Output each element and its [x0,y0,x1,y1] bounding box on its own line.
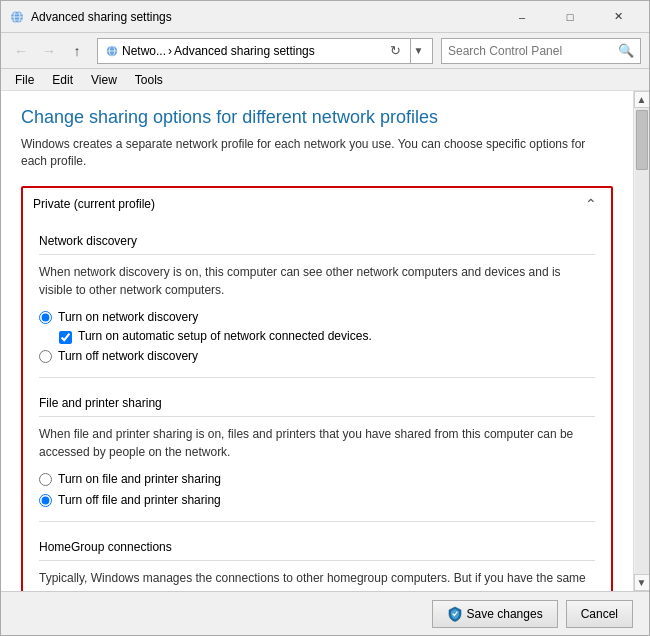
main-content: Change sharing options for different net… [1,91,633,591]
radio-discovery-off[interactable] [39,350,52,363]
minimize-button[interactable]: – [499,1,545,33]
shield-icon [447,606,463,622]
address-dropdown-button[interactable]: ▼ [410,38,426,64]
breadcrumb-separator: › [168,44,172,58]
homegroup-title: HomeGroup connections [39,534,595,561]
divider-2 [39,521,595,522]
page-title: Change sharing options for different net… [21,107,613,128]
homegroup-desc: Typically, Windows manages the connectio… [39,569,595,591]
breadcrumb-current: Advanced sharing settings [174,44,315,58]
breadcrumb-network: Netwo... [122,44,166,58]
radio-option-sharing-on: Turn on file and printer sharing [39,471,595,488]
radio-option-sharing-off: Turn off file and printer sharing [39,492,595,509]
title-bar: Advanced sharing settings – □ ✕ [1,1,649,33]
network-discovery-section: Network discovery When network discovery… [39,228,595,366]
search-button[interactable]: 🔍 [618,43,634,59]
collapse-button[interactable]: ⌃ [581,194,601,214]
profile-label: Private (current profile) [33,197,155,211]
checkbox-auto-setup: Turn on automatic setup of network conne… [59,329,595,344]
navigation-bar: ← → ↑ Netwo... › Advanced sharing settin… [1,33,649,69]
scrollbar: ▲ ▼ [633,91,649,591]
window-icon [9,9,25,25]
scroll-thumb[interactable] [636,110,648,170]
radio-option-discovery-off: Turn off network discovery [39,348,595,365]
scroll-down-arrow[interactable]: ▼ [634,574,650,591]
menu-file[interactable]: File [7,71,42,89]
breadcrumb: Netwo... › Advanced sharing settings [104,43,380,59]
scroll-up-arrow[interactable]: ▲ [634,91,650,108]
window-title: Advanced sharing settings [31,10,499,24]
radio-sharing-on-label[interactable]: Turn on file and printer sharing [58,471,221,488]
radio-discovery-on[interactable] [39,311,52,324]
search-input[interactable] [448,44,614,58]
footer: Save changes Cancel [1,591,649,635]
refresh-button[interactable]: ↻ [384,40,406,62]
close-button[interactable]: ✕ [595,1,641,33]
checkbox-auto-setup-label[interactable]: Turn on automatic setup of network conne… [78,329,372,343]
back-button[interactable]: ← [9,39,33,63]
content-area: Change sharing options for different net… [1,91,649,591]
save-label: Save changes [467,607,543,621]
forward-button[interactable]: → [37,39,61,63]
radio-discovery-on-label[interactable]: Turn on network discovery [58,309,198,326]
radio-option-discovery-on: Turn on network discovery [39,309,595,326]
cancel-button[interactable]: Cancel [566,600,633,628]
file-printer-title: File and printer sharing [39,390,595,417]
scroll-track[interactable] [635,108,649,574]
file-printer-section: File and printer sharing When file and p… [39,390,595,509]
menu-bar: File Edit View Tools [1,69,649,91]
radio-discovery-off-label[interactable]: Turn off network discovery [58,348,198,365]
save-changes-button[interactable]: Save changes [432,600,558,628]
maximize-button[interactable]: □ [547,1,593,33]
menu-view[interactable]: View [83,71,125,89]
homegroup-section: HomeGroup connections Typically, Windows… [39,534,595,591]
menu-tools[interactable]: Tools [127,71,171,89]
address-bar: Netwo... › Advanced sharing settings ↻ ▼ [97,38,433,64]
file-printer-desc: When file and printer sharing is on, fil… [39,425,595,461]
profile-header[interactable]: Private (current profile) ⌃ [23,188,611,220]
network-icon [104,43,120,59]
network-discovery-title: Network discovery [39,228,595,255]
network-discovery-desc: When network discovery is on, this compu… [39,263,595,299]
up-button[interactable]: ↑ [65,39,89,63]
checkbox-auto-setup-input[interactable] [59,331,72,344]
profile-section: Private (current profile) ⌃ Network disc… [21,186,613,591]
radio-sharing-on[interactable] [39,473,52,486]
divider-1 [39,377,595,378]
search-box: 🔍 [441,38,641,64]
radio-sharing-off[interactable] [39,494,52,507]
menu-edit[interactable]: Edit [44,71,81,89]
profile-content: Network discovery When network discovery… [23,220,611,591]
page-subtitle: Windows creates a separate network profi… [21,136,613,170]
radio-sharing-off-label[interactable]: Turn off file and printer sharing [58,492,221,509]
main-window: Advanced sharing settings – □ ✕ ← → ↑ Ne… [0,0,650,636]
window-controls: – □ ✕ [499,1,641,33]
